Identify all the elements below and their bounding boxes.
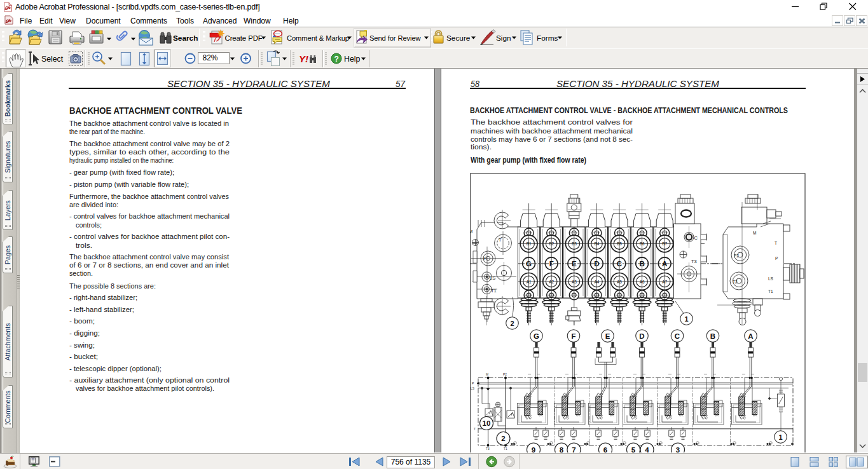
svg-text:A4: A4 [594, 280, 599, 284]
svg-text:?: ? [334, 55, 339, 64]
svg-text:Select: Select [41, 55, 64, 64]
svg-text:B5: B5 [617, 241, 622, 246]
svg-text:T1: T1 [491, 288, 497, 294]
svg-text:A1: A1 [527, 280, 532, 284]
svg-text:C: C [617, 260, 622, 268]
svg-text:A3: A3 [572, 280, 577, 284]
svg-text:D: D [639, 332, 644, 340]
svg-text:LS: LS [490, 275, 495, 281]
svg-text:A5: A5 [617, 280, 622, 284]
svg-text:P: P [775, 256, 778, 261]
svg-text:5: 5 [631, 446, 636, 452]
svg-text:A7: A7 [662, 280, 667, 284]
svg-text:LS: LS [768, 276, 774, 281]
svg-text:Create PDF: Create PDF [225, 34, 263, 42]
svg-text:A: A [748, 332, 753, 340]
svg-text:P: P [472, 382, 474, 385]
svg-text:T: T [775, 241, 777, 245]
svg-text:A: A [662, 260, 667, 268]
svg-text:T: T [474, 428, 476, 431]
svg-text:T1: T1 [768, 289, 773, 294]
svg-text:M: M [486, 373, 488, 376]
svg-text:B7: B7 [662, 241, 667, 246]
svg-text:LS: LS [471, 387, 474, 390]
svg-text:B2: B2 [549, 241, 554, 246]
svg-text:T3: T3 [691, 259, 697, 264]
svg-text:B: B [710, 332, 715, 340]
svg-text:G: G [534, 332, 539, 340]
svg-text:T2: T2 [733, 280, 738, 284]
svg-text:P: P [483, 255, 486, 261]
svg-text:G: G [526, 260, 532, 268]
svg-text:B3: B3 [572, 241, 577, 246]
svg-text:E: E [572, 260, 577, 268]
svg-text:3: 3 [676, 446, 680, 452]
svg-text:7: 7 [572, 446, 575, 452]
svg-text:Forms: Forms [537, 34, 558, 43]
svg-text:D: D [594, 260, 599, 268]
svg-text:E: E [605, 332, 610, 340]
svg-text:1: 1 [778, 433, 782, 441]
svg-text:B6: B6 [640, 241, 645, 246]
svg-text:2: 2 [510, 320, 514, 327]
svg-text:F: F [571, 332, 575, 340]
svg-text:C: C [694, 235, 698, 241]
svg-text:P2: P2 [734, 254, 739, 258]
svg-text:M: M [470, 229, 472, 234]
svg-text:Y!: Y! [299, 53, 308, 64]
svg-text:M: M [753, 231, 756, 235]
svg-text:1: 1 [684, 315, 688, 323]
svg-text:Help: Help [344, 55, 360, 64]
svg-text:8: 8 [560, 446, 564, 452]
svg-text:T: T [499, 237, 502, 243]
svg-text:A2: A2 [549, 280, 554, 284]
svg-text:Sign: Sign [496, 34, 511, 43]
svg-text:4: 4 [645, 446, 649, 452]
svg-text:Send for Review: Send for Review [369, 34, 422, 42]
svg-text:B1: B1 [527, 241, 532, 246]
svg-text:Comment & Markup: Comment & Markup [287, 34, 349, 42]
svg-text:T1: T1 [504, 447, 507, 451]
svg-text:T3: T3 [486, 447, 490, 451]
svg-text:C: C [675, 332, 680, 340]
svg-text:6: 6 [603, 446, 607, 452]
svg-text:F: F [549, 260, 554, 268]
svg-text:Search: Search [173, 34, 198, 43]
svg-text:P2: P2 [503, 373, 507, 376]
svg-text:B: B [639, 260, 644, 268]
svg-text:10: 10 [483, 419, 491, 427]
svg-text:A6: A6 [640, 280, 645, 284]
svg-text:2: 2 [501, 435, 505, 442]
svg-text:9: 9 [532, 446, 535, 452]
svg-text:Secure: Secure [446, 34, 471, 43]
svg-text:B4: B4 [594, 241, 599, 246]
